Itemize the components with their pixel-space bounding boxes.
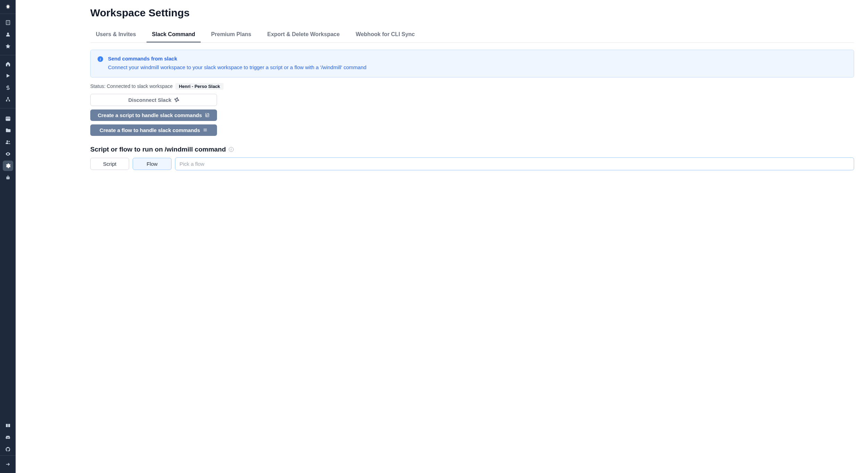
discord-icon[interactable] <box>3 432 13 443</box>
gear-icon[interactable] <box>3 161 13 171</box>
building-icon[interactable] <box>3 17 13 28</box>
info-banner: i Send commands from slack Connect your … <box>90 50 854 78</box>
svg-point-7 <box>7 33 9 34</box>
script-icon <box>205 113 210 117</box>
sidebar-section-top <box>0 14 16 55</box>
toggle-script-button[interactable]: Script <box>90 158 129 170</box>
disconnect-slack-button[interactable]: Disconnect Slack <box>90 94 217 106</box>
section-header: Script or flow to run on /windmill comma… <box>90 146 854 153</box>
sidebar <box>0 0 16 473</box>
page-title: Workspace Settings <box>90 7 854 19</box>
svg-rect-0 <box>6 21 10 25</box>
tab-slack-command[interactable]: Slack Command <box>147 27 201 42</box>
tab-users-invites[interactable]: Users & Invites <box>90 27 142 42</box>
main-content: Workspace Settings Users & Invites Slack… <box>16 0 868 473</box>
flow-picker-input[interactable] <box>175 157 854 170</box>
info-description: Connect your windmill workspace to your … <box>108 64 366 72</box>
tab-webhook-cli[interactable]: Webhook for CLI Sync <box>350 27 420 42</box>
info-title: Send commands from slack <box>108 56 366 62</box>
book-icon[interactable] <box>3 421 13 431</box>
toggle-flow-button[interactable]: Flow <box>133 158 172 170</box>
svg-point-25 <box>8 175 8 176</box>
users-icon[interactable] <box>3 137 13 147</box>
dollar-icon[interactable] <box>3 82 13 93</box>
home-icon[interactable] <box>3 59 13 69</box>
create-flow-button[interactable]: Create a flow to handle slack commands <box>90 124 217 136</box>
section-header-text: Script or flow to run on /windmill comma… <box>90 146 226 153</box>
create-script-label: Create a script to handle slack commands <box>98 112 202 118</box>
star-icon[interactable] <box>3 41 13 51</box>
svg-rect-21 <box>6 177 9 179</box>
svg-point-19 <box>8 141 9 142</box>
eye-icon[interactable] <box>3 149 13 159</box>
info-content: Send commands from slack Connect your wi… <box>108 56 366 72</box>
flow-icon <box>203 128 208 132</box>
play-icon[interactable] <box>3 71 13 81</box>
tooltip-icon[interactable]: i <box>229 147 234 152</box>
svg-point-23 <box>8 178 9 178</box>
create-flow-label: Create a flow to handle slack commands <box>100 127 200 133</box>
action-buttons: Disconnect Slack Create a script to hand… <box>90 94 854 136</box>
sidebar-section-tools <box>0 108 16 420</box>
svg-point-20 <box>7 154 8 155</box>
svg-point-9 <box>7 97 9 98</box>
github-icon[interactable] <box>3 444 13 455</box>
svg-point-11 <box>9 100 10 101</box>
network-icon[interactable] <box>3 94 13 105</box>
svg-rect-14 <box>6 117 10 121</box>
status-prefix: Status: Connected to slack workspace <box>90 83 173 89</box>
arrow-right-icon[interactable] <box>3 459 13 470</box>
user-icon[interactable] <box>3 29 13 40</box>
selector-row: Script Flow <box>90 157 854 170</box>
disconnect-label: Disconnect Slack <box>128 97 171 103</box>
status-row: Status: Connected to slack workspace Hen… <box>90 83 854 90</box>
logo-icon[interactable] <box>0 0 16 14</box>
sidebar-section-main <box>0 55 16 108</box>
tabs-bar: Users & Invites Slack Command Premium Pl… <box>90 27 854 43</box>
sidebar-section-bottom <box>0 420 16 473</box>
svg-line-13 <box>8 98 9 100</box>
slack-icon <box>174 97 179 102</box>
folder-icon[interactable] <box>3 125 13 136</box>
svg-line-12 <box>7 98 8 100</box>
status-badge: Henri - Perso Slack <box>175 83 224 90</box>
info-icon: i <box>98 56 103 62</box>
calendar-icon[interactable] <box>3 113 13 124</box>
svg-point-10 <box>6 100 7 101</box>
tab-export-delete[interactable]: Export & Delete Workspace <box>262 27 345 42</box>
svg-point-22 <box>7 178 8 178</box>
svg-point-18 <box>6 140 8 142</box>
create-script-button[interactable]: Create a script to handle slack commands <box>90 109 217 121</box>
robot-icon[interactable] <box>3 172 13 183</box>
tab-premium-plans[interactable]: Premium Plans <box>206 27 257 42</box>
